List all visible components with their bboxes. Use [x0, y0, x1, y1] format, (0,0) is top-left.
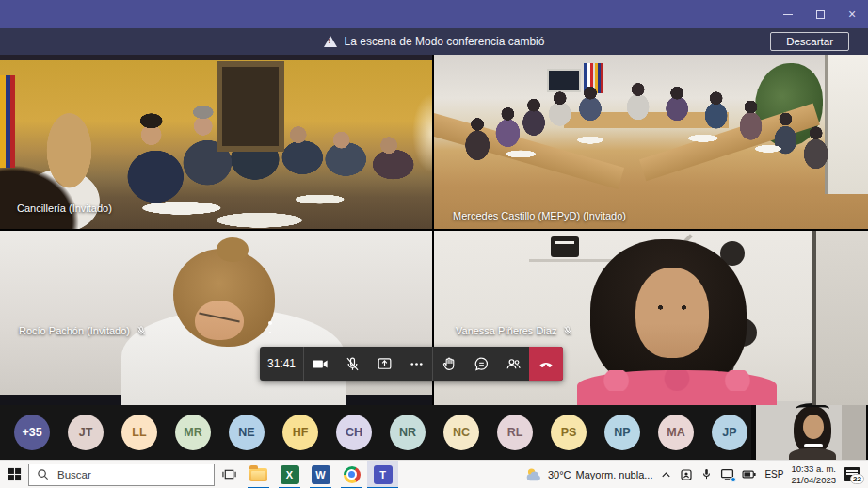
raise-hand-button[interactable]	[433, 347, 465, 381]
more-options-button[interactable]	[400, 347, 432, 381]
excel-icon: X	[281, 465, 299, 484]
teams-icon: T	[374, 465, 393, 484]
teams-meeting-window: × La escena de Modo conferencia cambió D…	[0, 0, 868, 488]
language-indicator[interactable]: ESP	[764, 469, 783, 480]
windows-logo-icon	[8, 467, 22, 481]
battery-button[interactable]	[742, 467, 757, 481]
video-feed	[756, 401, 866, 460]
weather-icon	[524, 466, 543, 482]
camera-button[interactable]	[304, 347, 336, 381]
participants-icon	[505, 355, 522, 373]
taskbar-clock[interactable]: 10:33 a. m. 21/04/2023	[791, 464, 836, 486]
taskbar-app-teams[interactable]: T	[367, 461, 398, 488]
participant-nameplate: Vanessa Piñeres Diaz	[456, 325, 573, 336]
chat-button[interactable]	[465, 347, 497, 381]
notification-count-badge: 22	[850, 474, 864, 484]
participant-avatar-nr[interactable]: NR	[390, 415, 426, 450]
taskbar-app-excel[interactable]: X	[274, 461, 305, 488]
participant-name: Rocío Pachón (Invitado)	[19, 325, 130, 336]
windows-taskbar: XWT 30°C Mayorm. nubla...	[0, 460, 868, 488]
start-button[interactable]	[0, 461, 28, 488]
window-titlebar: ×	[0, 0, 868, 28]
participant-avatar-ps[interactable]: PS	[551, 415, 587, 450]
participant-avatar-jt[interactable]: JT	[68, 415, 104, 450]
video-tile-mercedes[interactable]: Mercedes Castillo (MEPyD) (Invitado)	[434, 55, 868, 229]
headphones	[796, 403, 829, 415]
video-grid: Cancillería (Invitado) Mercedes Castillo…	[0, 55, 868, 405]
taskbar-search[interactable]	[28, 464, 215, 486]
participants-button[interactable]	[497, 347, 529, 381]
mic-muted-icon	[344, 355, 362, 373]
word-icon: W	[312, 465, 330, 484]
microphone-tray-button[interactable]	[700, 468, 713, 480]
close-icon: ×	[848, 8, 856, 21]
mic-muted-icon	[562, 325, 573, 336]
participant-overflow[interactable]: +35	[14, 415, 50, 450]
taskbar-app-chrome[interactable]	[336, 461, 367, 488]
status-dot	[731, 477, 736, 482]
warning-icon	[324, 36, 337, 47]
participant-avatar-ll[interactable]: LL	[121, 415, 157, 450]
participant-avatar-ne[interactable]: NE	[229, 415, 265, 450]
file-explorer-icon	[249, 468, 267, 481]
notification-message: La escena de Modo conferencia cambió	[345, 35, 545, 48]
participant-avatar-ch[interactable]: CH	[336, 415, 372, 450]
meeting-attendees	[434, 55, 868, 229]
share-screen-button[interactable]	[368, 347, 400, 381]
chrome-icon	[344, 466, 361, 483]
tray-app-icon	[680, 468, 693, 481]
weather-temp: 30°C	[548, 469, 571, 480]
participant-avatar-jp[interactable]: JP	[712, 415, 747, 450]
participant-avatar-np[interactable]: NP	[604, 415, 640, 450]
chat-icon	[473, 355, 490, 373]
search-input[interactable]	[56, 468, 206, 481]
participant-nameplate: Mercedes Castillo (MEPyD) (Invitado)	[453, 210, 626, 221]
video-tile-cancilleria[interactable]: Cancillería (Invitado)	[0, 55, 432, 229]
participant-avatar-mr[interactable]: MR	[175, 415, 211, 450]
minimize-icon	[783, 14, 793, 15]
participant-nameplate: Rocío Pachón (Invitado)	[19, 325, 147, 336]
hang-up-button[interactable]	[529, 347, 563, 381]
maximize-button[interactable]	[804, 0, 836, 28]
participant-avatar-nc[interactable]: NC	[443, 415, 479, 450]
minimize-button[interactable]	[772, 0, 804, 28]
video-feed	[434, 55, 868, 229]
participant-avatar-hf[interactable]: HF	[282, 415, 318, 450]
participant-name: Vanessa Piñeres Diaz	[456, 325, 556, 336]
printer	[551, 236, 579, 257]
self-view-video[interactable]	[751, 401, 868, 460]
task-view-icon	[222, 467, 236, 481]
participant-strip: +35 JTLLMRNEHFCHNRNCRLPSNPMAJP	[0, 405, 868, 460]
show-hidden-icons-button[interactable]	[660, 468, 672, 480]
camera-icon	[312, 355, 330, 373]
display-tray-button[interactable]	[720, 467, 734, 481]
share-screen-icon	[376, 355, 394, 373]
participant-name: Mercedes Castillo (MEPyD) (Invitado)	[453, 210, 626, 221]
battery-icon	[742, 467, 757, 481]
notification-banner: La escena de Modo conferencia cambió Des…	[0, 28, 868, 55]
glass-partition	[812, 231, 868, 405]
notification-center-button[interactable]: 22	[844, 467, 860, 481]
taskbar-app-word[interactable]: W	[305, 461, 336, 488]
more-options-icon	[408, 355, 426, 373]
weather-widget[interactable]: 30°C Mayorm. nubla...	[524, 466, 653, 482]
clock-date: 21/04/2023	[791, 475, 836, 486]
chevron-up-icon	[660, 468, 672, 480]
restore-icon	[816, 10, 825, 19]
task-view-button[interactable]	[215, 461, 243, 488]
close-button[interactable]: ×	[836, 0, 868, 28]
tray-app-button[interactable]	[680, 468, 693, 481]
taskbar-app-file-explorer[interactable]	[243, 461, 274, 488]
participant-avatar-ma[interactable]: MA	[658, 415, 694, 450]
call-timer: 31:41	[260, 347, 303, 381]
participant-nameplate: Cancillería (Invitado)	[17, 203, 112, 214]
participant-avatar-rl[interactable]: RL	[497, 415, 533, 450]
microphone-icon	[700, 468, 713, 480]
participant-name: Cancillería (Invitado)	[17, 203, 112, 214]
search-icon	[37, 468, 49, 480]
call-toolbar: 31:41	[260, 347, 563, 381]
raise-hand-icon	[441, 355, 458, 373]
dismiss-button[interactable]: Descartar	[770, 32, 849, 51]
mic-muted-button[interactable]	[336, 347, 368, 381]
colombia-flag	[0, 75, 15, 168]
